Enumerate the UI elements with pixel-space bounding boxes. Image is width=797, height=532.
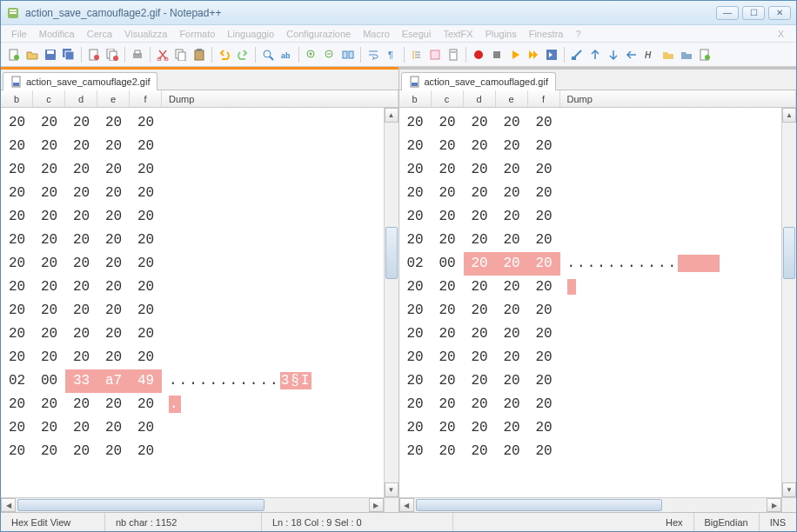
save-icon[interactable] [43,47,58,63]
scroll-down-icon[interactable]: ▼ [385,482,398,497]
scroll-down-icon[interactable]: ▼ [782,482,796,497]
hex-cell[interactable]: 20 [464,440,496,463]
hex-cell[interactable]: 20 [464,205,496,229]
hex-cell[interactable]: 20 [1,111,33,135]
hex-row[interactable]: 2020202020 [1,346,398,369]
hex-row[interactable]: 2020202020. [1,393,398,416]
hex-cell[interactable]: 20 [97,323,130,346]
hex-cell[interactable]: 20 [528,440,560,463]
hex-cell[interactable]: a7 [97,369,130,393]
hex-row[interactable]: 2020202020 [399,135,797,158]
replace-icon[interactable]: ab [278,47,294,63]
toggle-3-icon[interactable] [624,47,640,63]
hex-cell[interactable]: 49 [130,369,162,393]
hex-cell[interactable]: 20 [432,182,464,205]
hex-cell[interactable]: 20 [528,346,560,369]
hex-cell[interactable]: 20 [97,135,130,158]
hex-cell[interactable]: 20 [464,252,496,276]
wordwrap-icon[interactable] [365,47,381,63]
scroll-thumb[interactable] [385,227,398,279]
hex-cell[interactable]: 20 [1,252,33,276]
menu-linguaggio[interactable]: Linguaggio [222,27,279,41]
stop-macro-icon[interactable] [489,47,505,63]
hex-cell[interactable]: 20 [496,440,528,463]
print-icon[interactable] [130,47,145,63]
find-icon[interactable] [260,47,276,63]
hex-row[interactable]: 2020202020 [1,323,398,346]
compare-icon[interactable] [569,47,585,63]
hex-row[interactable]: 2020202020 [399,229,797,252]
hex-cell[interactable]: 20 [65,111,97,135]
hex-cell[interactable]: 20 [399,276,432,299]
hex-cell[interactable]: 00 [432,252,464,276]
zoom-in-icon[interactable] [304,47,319,63]
hex-cell[interactable]: 20 [432,416,464,440]
hex-cell[interactable]: 20 [33,276,65,299]
hex-cell[interactable]: 20 [130,252,162,276]
hex-cell[interactable]: 20 [1,440,33,463]
hex-cell[interactable]: 20 [399,323,432,346]
hex-cell[interactable]: 20 [1,416,33,440]
hex-cell[interactable]: 20 [65,299,97,323]
column-header[interactable]: Dump [162,90,398,107]
column-header[interactable]: d [65,90,97,107]
hex-row[interactable]: 2020202020 [399,416,797,440]
hex-cell[interactable]: 20 [1,135,33,158]
hex-cell[interactable]: 20 [33,346,65,369]
hex-cell[interactable]: 20 [399,299,432,323]
hex-cell[interactable]: 20 [1,393,33,416]
hex-cell[interactable]: 20 [528,416,560,440]
file-tab[interactable]: action_save_camouflaged.gif [401,72,556,90]
hex-cell[interactable]: 20 [33,135,65,158]
hex-cell[interactable]: 20 [464,323,496,346]
hex-cell[interactable]: 20 [399,229,432,252]
hex-cell[interactable]: 20 [130,229,162,252]
hex-cell[interactable]: 20 [97,205,130,229]
dump-cell[interactable]: ...........3§I [162,369,398,393]
hex-cell[interactable]: 20 [432,393,464,416]
toggle-2-icon[interactable] [606,47,621,63]
hex-cell[interactable]: 20 [528,158,560,182]
hex-row[interactable]: 2020202020 [399,158,797,182]
hex-cell[interactable]: 20 [464,111,496,135]
record-macro-icon[interactable] [471,47,486,63]
hex-cell[interactable]: 20 [399,440,432,463]
maximize-button[interactable]: ☐ [742,6,765,20]
hex-cell[interactable]: 20 [1,229,33,252]
scroll-right-icon[interactable]: ▶ [369,498,384,512]
hex-cell[interactable]: 20 [1,299,33,323]
hex-cell[interactable]: 20 [496,299,528,323]
hex-cell[interactable]: 20 [464,229,496,252]
file-tab[interactable]: action_save_camouflage2.gif [3,72,157,90]
hex-cell[interactable]: 20 [432,158,464,182]
hex-cell[interactable]: 20 [130,205,162,229]
hex-row[interactable]: 2020202020 [399,440,797,463]
cut-icon[interactable] [155,47,171,63]
sync-scroll-icon[interactable] [340,47,356,63]
hex-cell[interactable]: 20 [65,323,97,346]
indent-guide-icon[interactable] [409,47,425,63]
hex-cell[interactable]: 20 [399,346,432,369]
doc-map-icon[interactable] [445,47,461,63]
hex-cell[interactable]: 20 [65,393,97,416]
new-file-icon[interactable] [6,47,22,63]
hex-row[interactable]: 2020202020 [1,205,398,229]
hex-row[interactable]: 2020202020 [1,252,398,276]
column-header[interactable]: e [97,90,130,107]
menu-visualizza[interactable]: Visualizza [119,27,172,41]
hex-cell[interactable]: 20 [464,182,496,205]
hex-row[interactable]: 2020202020 [1,111,398,135]
scroll-right-icon[interactable]: ▶ [767,498,781,512]
hex-cell[interactable]: 20 [97,393,130,416]
userdef-icon[interactable] [427,47,443,63]
hex-cell[interactable]: 20 [65,252,97,276]
vertical-scrollbar[interactable]: ▲▼ [781,108,796,497]
hex-cell[interactable]: 20 [496,276,528,299]
hex-cell[interactable]: 20 [528,276,560,299]
toggle-1-icon[interactable] [587,47,603,63]
hex-row[interactable]: 2020202020 [1,276,398,299]
hex-cell[interactable]: 20 [496,158,528,182]
hex-row[interactable]: 2020202020 [399,323,797,346]
hex-cell[interactable]: 20 [97,299,130,323]
folder-b-icon[interactable] [679,47,694,63]
